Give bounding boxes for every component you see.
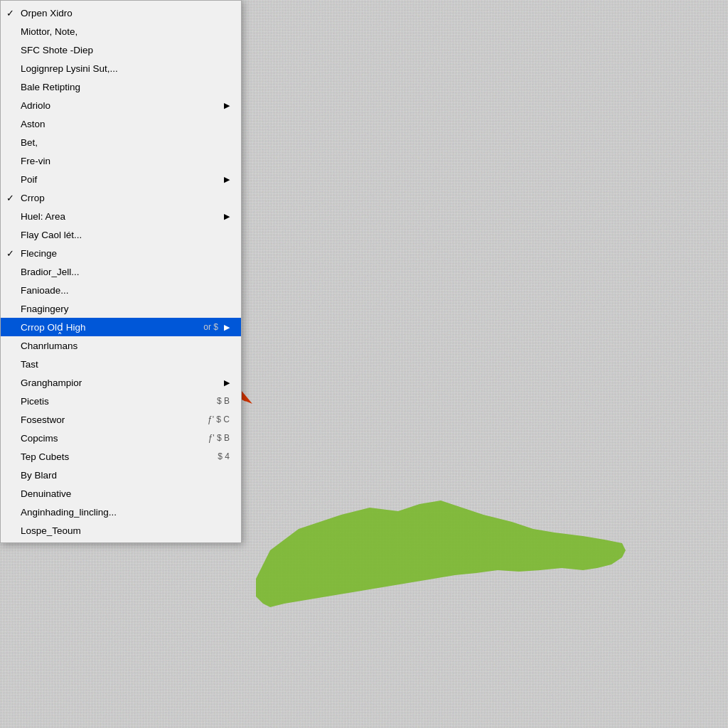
menu-item-label: Aston <box>21 119 230 129</box>
menu-item-tep-cubets[interactable]: Tep Cubets$ 4 <box>1 447 241 466</box>
menu-item-fnagingery[interactable]: Fnagingery <box>1 299 241 318</box>
menu-item-label: Chanrlumans <box>21 341 230 351</box>
menu-item-denuinative[interactable]: Denuinative <box>1 484 241 503</box>
menu-item-label: SFC Shote -Diep <box>21 45 230 55</box>
menu-item-label: Logignrep Lysini Sut,... <box>21 63 230 74</box>
menu-item-label: Picetis <box>21 396 203 407</box>
menu-item-label: Fanioade... <box>21 285 230 296</box>
menu-item-flay-caol-let[interactable]: Flay Caol lét... <box>1 225 241 244</box>
menu-item-shortcut: $ B <box>217 396 230 406</box>
menu-item-poif[interactable]: Poif▶ <box>1 170 241 188</box>
menu-item-label: Lospe_Teoum <box>21 525 230 536</box>
checkmark-icon: ✓ <box>6 193 14 203</box>
submenu-arrow-icon: ▶ <box>224 323 230 332</box>
menu-item-adriolo[interactable]: Adriolo▶ <box>1 96 241 114</box>
menu-item-miottor-note[interactable]: Miottor, Note, <box>1 22 241 41</box>
menu-item-aston[interactable]: Aston <box>1 114 241 133</box>
menu-item-by-blard[interactable]: By Blard <box>1 466 241 484</box>
menu-item-label: Flecinge <box>21 248 230 259</box>
menu-item-shortcut: ƒ' $ B <box>208 433 230 443</box>
menu-item-flecinge[interactable]: ✓Flecinge <box>1 244 241 262</box>
menu-item-label: Huel: Area <box>21 211 218 222</box>
menu-item-label: Adriolo <box>21 100 218 111</box>
menu-item-label: Orpen Xidro <box>21 8 230 18</box>
checkmark-icon: ✓ <box>6 248 14 259</box>
menu-item-label: Tep Cubets <box>21 451 203 462</box>
menu-item-bet[interactable]: Bet, <box>1 133 241 151</box>
menu-item-tast[interactable]: Tast <box>1 355 241 373</box>
menu-item-label: Fre-vin <box>21 156 230 166</box>
menu-item-crop-old-high[interactable]: Crrop Olḓ Highor $▶ <box>1 318 241 336</box>
menu-item-label: Bale Retipting <box>21 82 230 92</box>
menu-item-chanrlumans[interactable]: Chanrlumans <box>1 336 241 355</box>
menu-item-label: Fnagingery <box>21 304 230 314</box>
menu-item-label: Crrop <box>21 193 230 203</box>
menu-item-sfc-shote-diep[interactable]: SFC Shote -Diep <box>1 41 241 59</box>
menu-item-huel-area[interactable]: Huel: Area▶ <box>1 207 241 225</box>
menu-item-fanioade[interactable]: Fanioade... <box>1 281 241 299</box>
menu-item-label: Granghampior <box>21 378 218 388</box>
menu-item-granghampior[interactable]: Granghampior▶ <box>1 373 241 392</box>
submenu-arrow-icon: ▶ <box>224 101 230 110</box>
menu-item-label: Bet, <box>21 137 230 148</box>
menu-item-shortcut: $ 4 <box>218 451 230 461</box>
menu-item-label: Copcims <box>21 433 194 444</box>
submenu-arrow-icon: ▶ <box>224 212 230 221</box>
menu-item-anginhading[interactable]: Anginhading_lincling... <box>1 503 241 521</box>
submenu-arrow-icon: ▶ <box>224 378 230 387</box>
svg-marker-0 <box>256 500 626 607</box>
menu-item-fosestwor[interactable]: Fosestworƒ' $ C <box>1 410 241 429</box>
menu-item-shortcut: ƒ' $ C <box>208 414 230 424</box>
menu-item-label: By Blard <box>21 470 230 481</box>
menu-item-label: Fosestwor <box>21 414 193 425</box>
menu-item-picetis[interactable]: Picetis$ B <box>1 392 241 410</box>
menu-item-label: Poif <box>21 174 218 185</box>
menu-item-bale-retipting[interactable]: Bale Retipting <box>1 77 241 96</box>
menu-item-label: Miottor, Note, <box>21 26 230 37</box>
menu-item-label: Denuinative <box>21 488 230 499</box>
menu-item-label: Flay Caol lét... <box>21 230 230 240</box>
menu-item-crrop[interactable]: ✓Crrop <box>1 188 241 207</box>
menu-item-logignrep[interactable]: Logignrep Lysini Sut,... <box>1 59 241 77</box>
menu-item-lospe-teoum[interactable]: Lospe_Teoum <box>1 521 241 540</box>
menu-item-fre-vin[interactable]: Fre-vin <box>1 151 241 170</box>
menu-item-label: Anginhading_lincling... <box>21 507 230 518</box>
menu-item-bradior-jell[interactable]: Bradior_Jell... <box>1 262 241 281</box>
menu-item-shortcut: or $ <box>203 322 218 332</box>
menu-item-label: Crrop Olḓ High <box>21 321 189 333</box>
green-shape <box>256 493 626 614</box>
menu-item-copcims[interactable]: Copcimsƒ' $ B <box>1 429 241 447</box>
context-menu: ✓Orpen XidroMiottor, Note,SFC Shote -Die… <box>0 0 242 543</box>
submenu-arrow-icon: ▶ <box>224 175 230 184</box>
menu-item-label: Bradior_Jell... <box>21 267 230 277</box>
checkmark-icon: ✓ <box>6 8 14 18</box>
menu-item-label: Tast <box>21 359 230 370</box>
menu-item-open-xidro[interactable]: ✓Orpen Xidro <box>1 4 241 22</box>
